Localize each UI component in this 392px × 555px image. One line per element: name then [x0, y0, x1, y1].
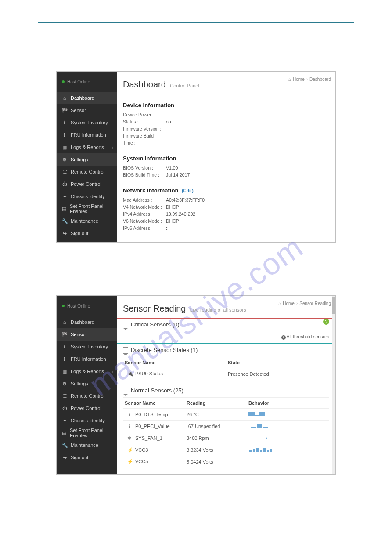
sidebar-item-settings[interactable]: ⚙Settings: [57, 153, 117, 166]
sidebar-item-label: Maintenance: [71, 443, 98, 448]
sidebar-item-sign-out[interactable]: ↪Sign out: [57, 227, 117, 239]
sidebar-item-chassis-identity[interactable]: ✦Chassis Identity: [57, 414, 117, 427]
therm-icon: 🌡: [127, 412, 133, 417]
svg-rect-12: [263, 448, 266, 452]
sensor-reading-cell: 3.3234 Volts: [185, 444, 247, 456]
sidebar-item-chassis-identity[interactable]: ✦Chassis Identity: [57, 190, 117, 203]
table-row[interactable]: 🌡P0_DTS_Temp26 °C: [123, 409, 329, 421]
sidebar-item-label: Set Front Panel Enables: [70, 428, 111, 438]
sidebar-item-label: Dashboard: [71, 95, 94, 101]
sidebar-item-label: Sign out: [71, 455, 88, 460]
sidebar-item-system-inventory[interactable]: ℹSystem Inventory: [57, 116, 117, 129]
status-dot-icon: [62, 80, 65, 83]
discrete-sensors-table: Sensor Name State 🔌PSU0 StatusPresence D…: [123, 357, 329, 379]
sidebar-item-set-front-panel[interactable]: ▤Set Front Panel Enables: [57, 427, 117, 439]
screenshot-dashboard: Host Online ⌂Dashboard🏁SensorℹSystem Inv…: [56, 71, 336, 243]
col-behavior[interactable]: Behavior: [247, 398, 329, 409]
sensor-name-cell: ⚡VCC3: [123, 444, 185, 456]
col-reading[interactable]: Reading: [185, 398, 247, 409]
svg-rect-11: [260, 450, 262, 452]
gear-icon: ⚙: [62, 381, 67, 387]
sparkline-icon: [248, 435, 272, 440]
sidebar-item-sensor[interactable]: 🏁Sensor: [57, 104, 117, 116]
normal-sensors-table: Sensor Name Reading Behavior 🌡P0_DTS_Tem…: [123, 397, 329, 467]
id-icon: ✦: [62, 194, 67, 200]
device-info-row: Device Power Status :on: [123, 111, 329, 125]
sidebar-item-sign-out[interactable]: ↪Sign out: [57, 451, 117, 464]
page-subtitle: Live reading of all sensors: [190, 307, 246, 312]
device-info-label: Device Power Status :: [123, 111, 164, 125]
scrollbar[interactable]: [332, 296, 335, 474]
critical-sensors-heading[interactable]: Critical Sensors (0): [123, 321, 329, 328]
sidebar-item-settings[interactable]: ⚙Settings: [57, 377, 117, 390]
breadcrumb-home[interactable]: Home: [283, 301, 295, 306]
system-info-row: BIOS Version :V1.00: [123, 164, 329, 171]
host-status-label: Host Online: [67, 80, 90, 84]
sidebar-item-set-front-panel[interactable]: ▤Set Front Panel Enables: [57, 203, 117, 215]
sidebar-item-dashboard[interactable]: ⌂Dashboard: [57, 316, 117, 328]
sidebar-item-fru-information[interactable]: ℹFRU Information: [57, 353, 117, 365]
network-edit-link[interactable]: (Edit): [182, 188, 194, 193]
all-threshold-note[interactable]: iAll threshold sensors: [123, 334, 329, 340]
sidebar-item-maintenance[interactable]: 🔧Maintenance: [57, 215, 117, 227]
system-info-label: BIOS Version :: [123, 164, 164, 171]
breadcrumb-separator: ›: [306, 77, 308, 82]
col-state[interactable]: State: [226, 357, 329, 368]
sidebar-item-dashboard[interactable]: ⌂Dashboard: [57, 92, 117, 104]
info-icon: ℹ: [62, 344, 67, 350]
sidebar-item-remote-control[interactable]: 🖵Remote Control: [57, 166, 117, 178]
monitor-icon: 🖵: [62, 393, 67, 399]
device-info-row: Firmware Build Time :: [123, 132, 329, 146]
network-info-row: IPv4 Address10.99.240.202: [123, 210, 329, 218]
sensor-behavior-cell: [247, 444, 329, 456]
normal-sensors-heading[interactable]: Normal Sensors (25): [123, 387, 329, 394]
page-subtitle: Control Panel: [170, 83, 199, 88]
network-info-label: V6 Network Mode :: [123, 218, 164, 225]
breadcrumb-current: Sensor Reading: [299, 301, 331, 306]
sidebar-item-sensor[interactable]: 🏁Sensor: [57, 328, 117, 341]
therm-icon: 🌡: [127, 424, 133, 429]
breadcrumb-home[interactable]: Home: [293, 77, 305, 82]
svg-rect-8: [249, 450, 252, 452]
sidebar-item-label: System Inventory: [71, 120, 108, 125]
network-information-heading: Network Information (Edit): [123, 187, 329, 194]
help-icon[interactable]: ?: [323, 319, 329, 325]
sidebar-item-power-control[interactable]: ⏻Power Control: [57, 178, 117, 190]
sidebar-item-label: Chassis Identity: [71, 194, 105, 199]
sidebar-item-label: Dashboard: [71, 319, 94, 325]
table-row[interactable]: ⚡VCC33.3234 Volts: [123, 444, 329, 456]
col-sensor-name[interactable]: Sensor Name: [123, 357, 226, 368]
home-icon[interactable]: ⌂: [288, 77, 291, 82]
sidebar-item-remote-control[interactable]: 🖵Remote Control: [57, 390, 117, 402]
page-title: Sensor Reading: [123, 304, 186, 314]
sidebar-item-system-inventory[interactable]: ℹSystem Inventory: [57, 341, 117, 353]
system-info-label: BIOS Build Time :: [123, 171, 164, 178]
sidebar-item-maintenance[interactable]: 🔧Maintenance: [57, 439, 117, 451]
sidebar-item-label: Logs & Reports: [71, 145, 104, 150]
sidebar-item-label: Power Control: [71, 181, 101, 187]
gauge-icon: 🏁: [62, 108, 67, 113]
table-row[interactable]: ⚡VCC55.0424 Volts: [123, 456, 329, 468]
content-area: ⌂ Home › Sensor Reading Sensor Reading L…: [117, 296, 335, 474]
svg-rect-1: [250, 412, 255, 416]
sensor-name-cell: 🌡P0_PECI_Value: [123, 421, 185, 432]
info-icon: i: [281, 335, 286, 340]
header-divider: [38, 22, 354, 23]
network-info-row: V6 Network Mode :DHCP: [123, 218, 329, 225]
sidebar-item-label: Set Front Panel Enables: [70, 203, 111, 214]
table-row[interactable]: 🌡P0_PECI_Value-67 Unspecified: [123, 421, 329, 432]
table-row[interactable]: ✱SYS_FAN_13400 Rpm: [123, 432, 329, 444]
sidebar-item-logs-reports[interactable]: ▥Logs & Reports›: [57, 141, 117, 153]
table-row[interactable]: 🔌PSU0 StatusPresence Detected: [123, 368, 329, 380]
home-icon[interactable]: ⌂: [278, 301, 281, 306]
sidebar-item-logs-reports[interactable]: ▥Logs & Reports›: [57, 365, 117, 377]
sidebar-item-label: Settings: [71, 157, 88, 162]
sidebar-item-power-control[interactable]: ⏻Power Control: [57, 402, 117, 414]
device-info-value: on: [166, 119, 171, 124]
sidebar-item-fru-information[interactable]: ℹFRU Information: [57, 129, 117, 141]
critical-sensors-label: Critical Sensors (0): [131, 321, 180, 328]
col-sensor-name[interactable]: Sensor Name: [123, 398, 185, 409]
discrete-sensors-heading[interactable]: Discrete Sensor States (1): [123, 347, 329, 353]
scrollbar-thumb[interactable]: [332, 297, 335, 314]
network-info-label: V4 Network Mode :: [123, 203, 164, 210]
